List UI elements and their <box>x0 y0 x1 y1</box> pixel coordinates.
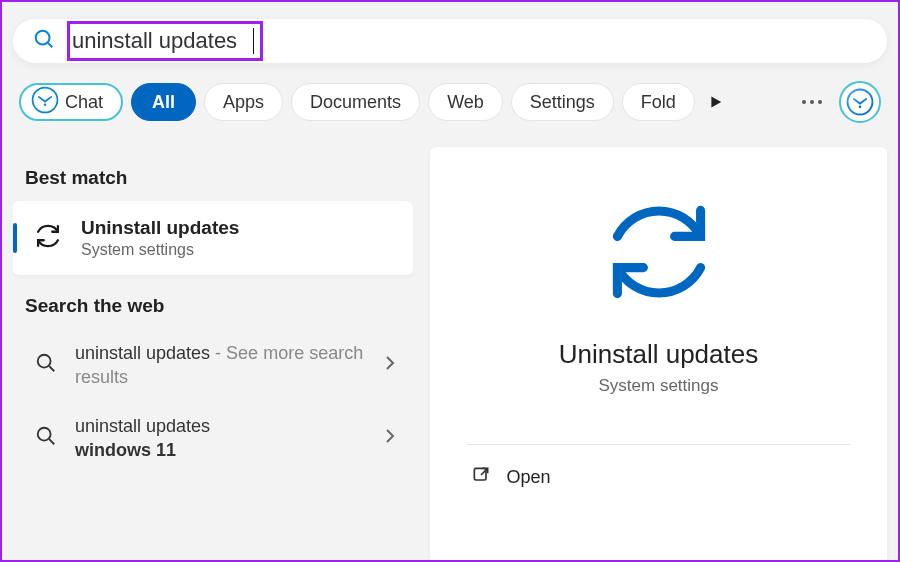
best-match-heading: Best match <box>25 167 413 189</box>
svg-point-8 <box>38 428 51 441</box>
preview-pane: Uninstall updates System settings Open <box>430 147 887 560</box>
chat-tab[interactable]: Chat <box>19 83 123 121</box>
web-result-1[interactable]: uninstall updates windows 11 <box>13 402 413 475</box>
filter-folders[interactable]: Fold <box>622 83 695 121</box>
best-match-title: Uninstall updates <box>81 217 239 239</box>
svg-point-3 <box>44 103 46 105</box>
chevron-right-icon <box>385 355 395 375</box>
preview-title: Uninstall updates <box>559 339 758 370</box>
open-label: Open <box>507 467 551 488</box>
search-bar[interactable] <box>13 19 887 63</box>
bing-chat-button[interactable] <box>839 81 881 123</box>
svg-point-4 <box>848 90 873 115</box>
text-cursor <box>253 28 254 54</box>
svg-line-7 <box>49 367 54 372</box>
svg-point-2 <box>33 87 58 112</box>
sync-icon-large <box>594 187 724 321</box>
filter-web[interactable]: Web <box>428 83 503 121</box>
web-result-text: uninstall updates windows 11 <box>75 414 367 463</box>
filter-all[interactable]: All <box>131 83 196 121</box>
filter-settings[interactable]: Settings <box>511 83 614 121</box>
search-icon <box>33 28 55 54</box>
sync-icon <box>31 219 65 257</box>
svg-rect-10 <box>474 468 486 480</box>
open-action[interactable]: Open <box>467 447 851 507</box>
search-web-heading: Search the web <box>25 295 413 317</box>
divider <box>467 444 851 445</box>
search-icon <box>35 425 57 451</box>
svg-line-9 <box>49 439 54 444</box>
filter-documents[interactable]: Documents <box>291 83 420 121</box>
best-match-subtitle: System settings <box>81 241 239 259</box>
best-match-text: Uninstall updates System settings <box>81 217 239 259</box>
web-result-text: uninstall updates - See more search resu… <box>75 341 367 390</box>
filter-apps[interactable]: Apps <box>204 83 283 121</box>
open-icon <box>471 465 491 489</box>
overflow-menu[interactable] <box>793 100 831 104</box>
chevron-right-icon <box>385 428 395 448</box>
chat-icon <box>31 86 59 119</box>
more-filters-arrow[interactable] <box>703 95 731 109</box>
svg-point-0 <box>36 31 50 45</box>
search-input-highlight <box>67 21 263 61</box>
results-left-column: Best match Uninstall updates System sett… <box>13 147 413 560</box>
svg-line-1 <box>48 43 52 47</box>
search-icon <box>35 352 57 378</box>
search-input[interactable] <box>72 28 252 54</box>
preview-subtitle: System settings <box>599 376 719 396</box>
svg-point-5 <box>859 105 861 107</box>
web-result-0[interactable]: uninstall updates - See more search resu… <box>13 329 413 402</box>
filter-row: Chat All Apps Documents Web Settings Fol… <box>13 79 887 125</box>
svg-point-6 <box>38 355 51 368</box>
chat-tab-label: Chat <box>65 92 103 113</box>
best-match-result[interactable]: Uninstall updates System settings <box>13 201 413 275</box>
